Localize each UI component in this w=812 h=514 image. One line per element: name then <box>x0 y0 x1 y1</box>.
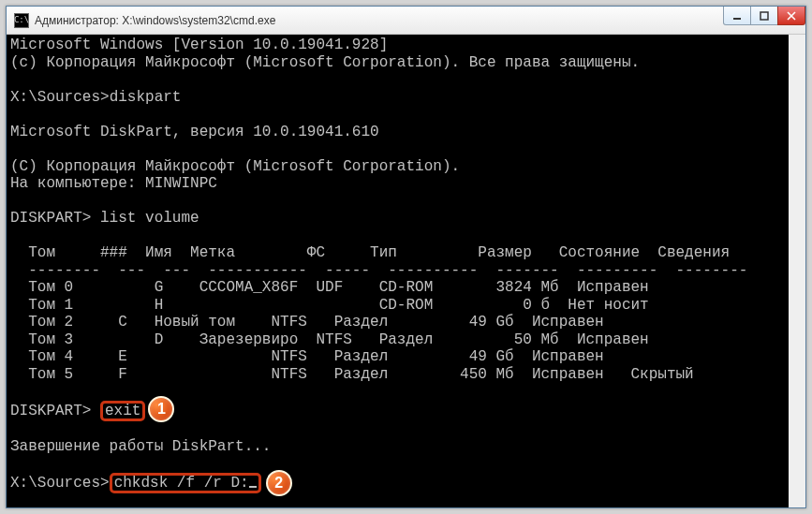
cursor <box>249 486 257 488</box>
table-row: Том 2 C Новый том NTFS Раздел 49 Gб Испр… <box>10 314 604 330</box>
close-button[interactable] <box>777 7 805 25</box>
line: (C) Корпорация Майкрософт (Microsoft Cor… <box>10 158 460 175</box>
maximize-icon <box>760 11 769 21</box>
line: Microsoft DiskPart, версия 10.0.19041.61… <box>10 124 379 140</box>
prompt: DISKPART> <box>10 210 100 227</box>
cmd-window: C:\ Администратор: X:\windows\system32\c… <box>6 6 806 508</box>
annotation-badge-2: 2 <box>266 470 292 496</box>
scrollbar-thumb[interactable] <box>789 464 805 492</box>
table-header: Том ### Имя Метка ФС Тип Размер Состояни… <box>10 244 730 261</box>
maximize-button[interactable] <box>750 7 778 25</box>
table-rule: -------- --- --- ----------- ----- -----… <box>10 262 747 279</box>
minimize-button[interactable] <box>723 7 751 25</box>
close-icon <box>787 11 796 21</box>
table-row: Том 1 H CD-ROM 0 б Нет носит <box>10 297 649 314</box>
line: На компьютере: MINWINPC <box>10 175 217 192</box>
window-title: Администратор: X:\windows\system32\cmd.e… <box>35 14 275 27</box>
command: diskpart <box>110 89 182 106</box>
line: Завершение работы DiskPart... <box>10 438 271 455</box>
prompt: X:\Sources> <box>10 89 110 106</box>
svg-rect-0 <box>733 18 741 20</box>
line: Microsoft Windows [Version 10.0.19041.92… <box>10 37 388 53</box>
line: (c) Корпорация Майкрософт (Microsoft Cor… <box>10 54 640 71</box>
table-row: Том 4 E NTFS Раздел 49 Gб Исправен <box>10 348 604 365</box>
titlebar[interactable]: C:\ Администратор: X:\windows\system32\c… <box>7 7 805 35</box>
prompt: X:\Sources> <box>10 475 110 492</box>
window-controls <box>724 7 805 25</box>
prompt: DISKPART> <box>10 403 100 419</box>
highlight-exit: exit1 <box>100 401 145 421</box>
cmd-icon: C:\ <box>14 13 29 28</box>
scrollbar-down[interactable]: ▾ <box>789 492 805 507</box>
table-row: Том 5 F NTFS Раздел 450 Mб Исправен Скры… <box>10 366 694 383</box>
svg-rect-1 <box>760 12 768 20</box>
command: exit <box>105 403 140 419</box>
command: chkdsk /f /r D: <box>114 475 249 492</box>
minimize-icon <box>732 11 742 21</box>
command: list volume <box>100 210 199 227</box>
table-row: Том 3 D Зарезервиро NTFS Раздел 50 Mб Ис… <box>10 331 649 348</box>
table-row: Том 0 G CCCOMA_X86F UDF CD-ROM 3824 Мб И… <box>10 279 649 296</box>
annotation-badge-1: 1 <box>148 396 174 422</box>
highlight-chkdsk: chkdsk /f /r D:2 <box>110 473 261 493</box>
terminal-output[interactable]: Microsoft Windows [Version 10.0.19041.92… <box>7 35 805 507</box>
scrollbar-up[interactable]: ▴ <box>789 35 805 50</box>
